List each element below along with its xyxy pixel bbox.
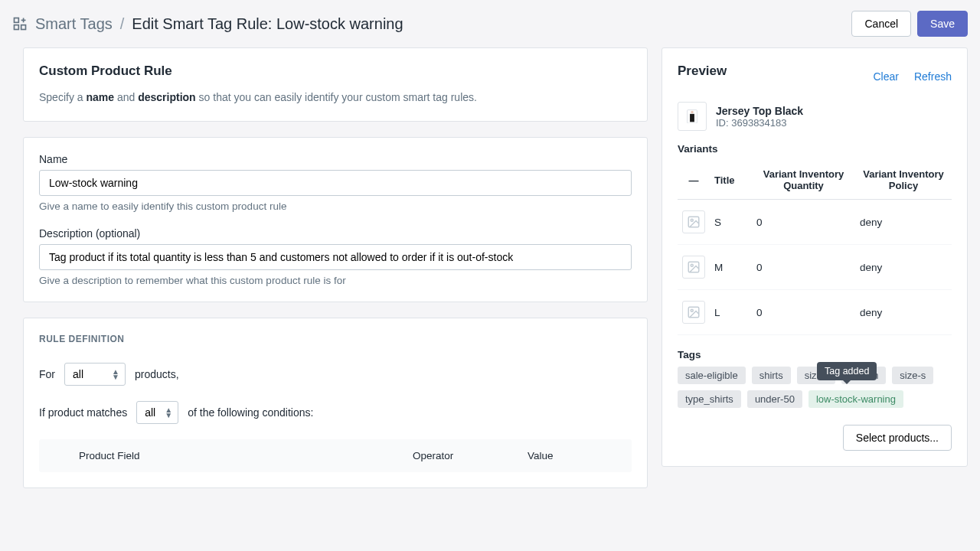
- variant-qty: 0: [752, 200, 855, 245]
- tag: sale-eligible: [678, 367, 746, 384]
- svg-point-10: [691, 264, 693, 266]
- variant-title: L: [710, 290, 752, 335]
- variants-th-policy: Variant Inventory Policy: [855, 161, 952, 200]
- grid-plus-icon: [12, 16, 28, 31]
- variants-th-title: Title: [710, 161, 752, 200]
- conditions-header-operator: Operator: [413, 450, 528, 461]
- name-input[interactable]: [39, 170, 632, 196]
- variants-label: Variants: [678, 143, 952, 155]
- name-label: Name: [39, 153, 632, 165]
- variant-policy: deny: [855, 290, 952, 335]
- svg-point-12: [691, 309, 693, 311]
- rule-match-select[interactable]: all: [136, 401, 178, 424]
- tag: under-50: [747, 390, 802, 408]
- breadcrumb: Smart Tags / Edit Smart Tag Rule: Low-st…: [12, 15, 403, 33]
- tags-label: Tags: [678, 349, 952, 360]
- tag: type_shirts: [678, 390, 741, 408]
- variant-policy: deny: [855, 200, 952, 245]
- custom-rule-intro: Custom Product Rule Specify a name and d…: [23, 47, 648, 122]
- tag: shirts: [752, 367, 791, 384]
- product-name: Jersey Top Black: [716, 105, 803, 117]
- rule-match-post: of the following conditions:: [188, 406, 313, 419]
- conditions-table: Product Field Operator Value: [39, 439, 632, 472]
- description-input[interactable]: [39, 244, 632, 270]
- name-hint: Give a name to easily identify this cust…: [39, 201, 632, 212]
- breadcrumb-parent[interactable]: Smart Tags: [35, 15, 113, 33]
- product-id: ID: 3693834183: [716, 117, 803, 129]
- variant-title: S: [710, 200, 752, 245]
- breadcrumb-separator: /: [120, 15, 125, 33]
- svg-point-8: [691, 219, 693, 221]
- svg-point-6: [691, 110, 693, 112]
- preview-title: Preview: [678, 64, 727, 79]
- rule-match-pre: If product matches: [39, 406, 127, 419]
- tags-container: sale-eligibleshirtssize-lsize-msize-styp…: [678, 367, 952, 408]
- svg-rect-1: [15, 25, 19, 30]
- description-hint: Give a description to remember what this…: [39, 275, 632, 286]
- svg-rect-2: [21, 25, 26, 30]
- product-thumbnail: [678, 102, 707, 131]
- tag-added-tooltip: Tag added: [817, 362, 877, 380]
- image-placeholder-icon: [682, 301, 705, 324]
- preview-card: Preview Clear Refresh Jersey Top Black I…: [662, 47, 968, 467]
- save-button[interactable]: Save: [917, 11, 968, 37]
- description-label: Description (optional): [39, 227, 632, 240]
- rule-definition-label: RULE DEFINITION: [39, 334, 632, 344]
- variant-qty: 0: [752, 290, 855, 335]
- svg-rect-0: [15, 18, 19, 23]
- tag: size-s: [892, 367, 933, 384]
- preview-clear-link[interactable]: Clear: [874, 70, 899, 83]
- table-row: S0deny: [678, 200, 952, 245]
- custom-rule-title: Custom Product Rule: [39, 64, 632, 79]
- image-placeholder-icon: [682, 256, 705, 279]
- image-placeholder-icon: [682, 210, 705, 233]
- variant-policy: deny: [855, 245, 952, 290]
- rule-for-select[interactable]: all: [64, 363, 126, 386]
- rule-for-pre: For: [39, 368, 55, 380]
- select-products-button[interactable]: Select products...: [843, 425, 952, 451]
- variants-th-qty: Variant Inventory Quantity: [752, 161, 855, 200]
- variants-th-dash: —: [678, 161, 710, 200]
- page-title: Edit Smart Tag Rule: Low-stock warning: [132, 15, 403, 33]
- conditions-header-field: Product Field: [51, 450, 413, 461]
- custom-rule-helper: Specify a name and description so that y…: [39, 90, 632, 106]
- cancel-button[interactable]: Cancel: [851, 11, 911, 37]
- variant-qty: 0: [752, 245, 855, 290]
- variants-table: — Title Variant Inventory Quantity Varia…: [678, 161, 952, 335]
- tag-added: low-stock-warning: [808, 390, 903, 408]
- preview-product: Jersey Top Black ID: 3693834183: [678, 102, 952, 131]
- rule-for-post: products,: [135, 368, 179, 380]
- rule-definition-card: RULE DEFINITION For all ▲▼ products, If …: [23, 318, 648, 488]
- table-row: M0deny: [678, 245, 952, 290]
- conditions-header-value: Value: [528, 450, 619, 461]
- preview-refresh-link[interactable]: Refresh: [914, 70, 952, 83]
- variant-title: M: [710, 245, 752, 290]
- name-desc-card: Name Give a name to easily identify this…: [23, 137, 648, 302]
- table-row: L0deny: [678, 290, 952, 335]
